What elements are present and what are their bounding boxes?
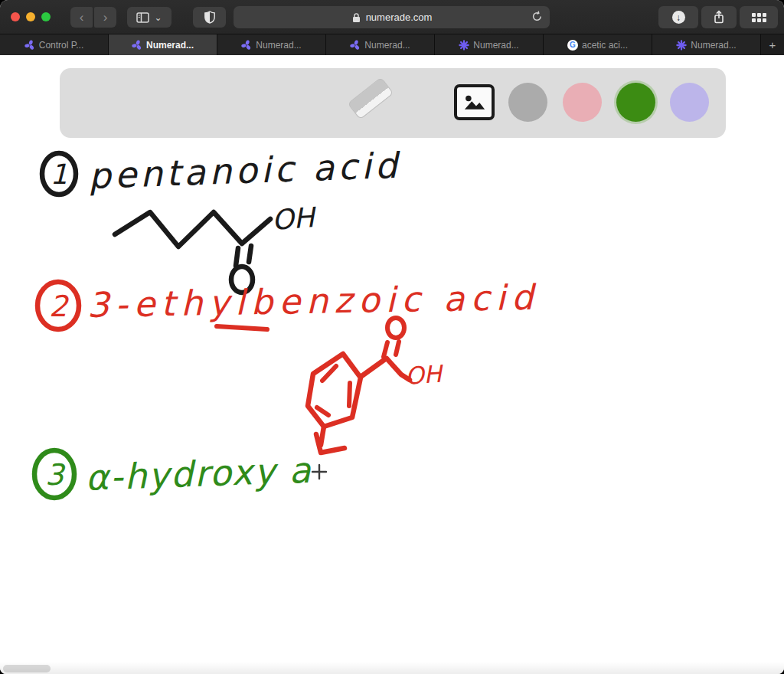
benzoic-carbonyl-double-bond (384, 342, 399, 357)
annotation-ethylbenzoic-acid: 2 3-ethylbenzoic acid OH (38, 277, 540, 453)
pentanoic-chain-stroke (115, 212, 270, 247)
whiteboard-toolbar (60, 68, 726, 138)
eraser-tool-icon[interactable] (348, 77, 394, 120)
annotation-number: 2 (49, 290, 70, 323)
pentanoic-oh-label: OH (271, 201, 318, 236)
annotation-pentanoic-acid: 1 pentanoic acid OH (42, 145, 401, 293)
crosshair-cursor (312, 465, 326, 479)
benzene-inner-double-bonds (317, 366, 350, 415)
color-swatch-gray[interactable] (508, 83, 547, 122)
color-swatch-purple[interactable] (670, 83, 709, 122)
ring-to-carboxyl-bond (361, 359, 385, 377)
pentanoic-carbonyl-double-bond (236, 246, 251, 266)
annotation-alpha-hydroxy: 3 α-hydroxy a (34, 450, 313, 499)
annotation-number: 3 (45, 458, 66, 492)
annotation-label: pentanoic acid (87, 145, 401, 197)
benzoic-oh-label: OH (404, 360, 445, 390)
benzoic-carbonyl-O (387, 318, 404, 338)
ben-underline-stroke (217, 326, 267, 329)
ethyl-group-stroke (316, 427, 345, 453)
annotation-label: 3-ethylbenzoic acid (87, 277, 540, 326)
annotation-label: α-hydroxy a (84, 450, 312, 499)
annotation-number: 1 (51, 159, 68, 190)
benzene-ring (308, 354, 361, 427)
browser-window: ‹ › ⌄ numerade.c (0, 0, 784, 674)
color-swatch-pink[interactable] (563, 83, 602, 122)
color-swatch-green[interactable] (616, 83, 655, 122)
image-icon (463, 93, 486, 112)
insert-image-button[interactable] (454, 84, 495, 120)
